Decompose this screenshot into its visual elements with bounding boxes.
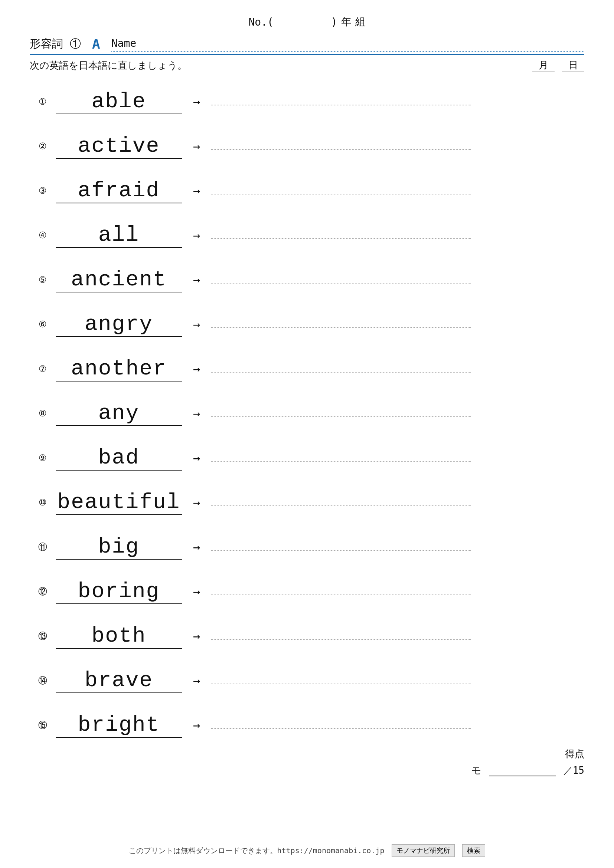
answer-line[interactable] bbox=[211, 721, 471, 729]
word-text: ancient bbox=[71, 268, 167, 292]
month-label: 月 bbox=[532, 59, 555, 72]
header-left: 形容詞 ① A bbox=[30, 36, 100, 51]
top-bar: No.( ) 年 組 bbox=[30, 15, 584, 29]
answer-line[interactable] bbox=[211, 98, 471, 105]
word-box: able bbox=[56, 90, 182, 114]
answer-line[interactable] bbox=[211, 632, 471, 640]
word-box: brave bbox=[56, 668, 182, 693]
word-row: ③afraid→ bbox=[30, 169, 584, 213]
word-box: boring bbox=[56, 579, 182, 604]
answer-line[interactable] bbox=[211, 276, 471, 284]
word-box: bad bbox=[56, 446, 182, 471]
day-label: 日 bbox=[562, 59, 584, 72]
word-text: another bbox=[71, 356, 167, 381]
header-row: 形容詞 ① A Name bbox=[30, 36, 584, 55]
word-number: ⑤ bbox=[30, 274, 56, 285]
word-text: bright bbox=[78, 713, 160, 737]
answer-line[interactable] bbox=[211, 543, 471, 551]
toten-icon: モ bbox=[471, 764, 481, 777]
answer-line[interactable] bbox=[211, 588, 471, 595]
arrow-icon: → bbox=[193, 629, 200, 643]
answer-line[interactable] bbox=[211, 232, 471, 239]
arrow-icon: → bbox=[193, 584, 200, 598]
word-text: beautiful bbox=[57, 490, 180, 515]
word-number: ③ bbox=[30, 186, 56, 196]
word-box: any bbox=[56, 401, 182, 426]
word-text: brave bbox=[85, 668, 153, 693]
word-box: bright bbox=[56, 713, 182, 738]
answer-line[interactable] bbox=[211, 187, 471, 194]
arrow-icon: → bbox=[193, 362, 200, 376]
word-number: ④ bbox=[30, 230, 56, 240]
kumi-label: 組 bbox=[355, 15, 366, 29]
word-row: ⑪big→ bbox=[30, 525, 584, 569]
header-name: Name bbox=[112, 37, 584, 51]
word-row: ⑦another→ bbox=[30, 347, 584, 391]
word-row: ⑨bad→ bbox=[30, 436, 584, 480]
word-row: ⑩beautiful→ bbox=[30, 480, 584, 525]
word-text: afraid bbox=[78, 178, 160, 203]
arrow-icon: → bbox=[193, 540, 200, 554]
word-text: bad bbox=[98, 446, 139, 470]
word-number: ⑧ bbox=[30, 408, 56, 418]
answer-line[interactable] bbox=[211, 365, 471, 373]
word-number: ① bbox=[30, 96, 56, 107]
bottom-footer: このプリントは無料ダウンロードできます。https://monomanabi.c… bbox=[0, 844, 614, 857]
answer-line[interactable] bbox=[211, 454, 471, 462]
word-text: all bbox=[98, 223, 139, 247]
word-number: ⑦ bbox=[30, 364, 56, 374]
word-row: ①able→ bbox=[30, 79, 584, 124]
arrow-icon: → bbox=[193, 495, 200, 510]
word-number: ⑩ bbox=[30, 497, 56, 508]
word-text: able bbox=[91, 90, 146, 113]
arrow-icon: → bbox=[193, 406, 200, 420]
arrow-icon: → bbox=[193, 228, 200, 242]
word-row: ⑮bright→ bbox=[30, 703, 584, 747]
word-number: ⑭ bbox=[30, 675, 56, 687]
answer-line[interactable] bbox=[211, 143, 471, 150]
word-box: angry bbox=[56, 312, 182, 337]
word-row: ⑤ancient→ bbox=[30, 257, 584, 302]
word-row: ④all→ bbox=[30, 213, 584, 257]
footer-btn1[interactable]: モノマナビ研究所 bbox=[392, 844, 455, 857]
instruction-text: 次の英語を日本語に直しましょう。 bbox=[30, 59, 187, 72]
score-line[interactable] bbox=[489, 765, 556, 777]
word-box: another bbox=[56, 356, 182, 381]
no-paren-space bbox=[277, 16, 327, 28]
header-level: A bbox=[92, 36, 100, 51]
word-text: big bbox=[98, 535, 139, 559]
answer-line[interactable] bbox=[211, 410, 471, 417]
answer-line[interactable] bbox=[211, 499, 471, 506]
word-text: active bbox=[78, 134, 160, 158]
arrow-icon: → bbox=[193, 718, 200, 732]
nen-label: 年 bbox=[341, 15, 352, 29]
out-of: ／15 bbox=[563, 764, 584, 777]
answer-line[interactable] bbox=[211, 677, 471, 684]
word-box: both bbox=[56, 624, 182, 649]
word-text: angry bbox=[85, 312, 153, 336]
paren-close: ) bbox=[331, 16, 338, 28]
footer-text: このプリントは無料ダウンロードできます。https://monomanabi.c… bbox=[129, 846, 385, 856]
word-row: ②active→ bbox=[30, 124, 584, 169]
word-box: all bbox=[56, 223, 182, 248]
arrow-icon: → bbox=[193, 674, 200, 688]
arrow-icon: → bbox=[193, 317, 200, 332]
arrow-icon: → bbox=[193, 451, 200, 465]
word-number: ⑫ bbox=[30, 586, 56, 597]
word-number: ② bbox=[30, 141, 56, 151]
word-number: ⑬ bbox=[30, 630, 56, 642]
word-row: ⑬both→ bbox=[30, 614, 584, 658]
word-number: ⑮ bbox=[30, 719, 56, 731]
word-box: big bbox=[56, 535, 182, 560]
score-label: 得点 bbox=[30, 747, 584, 760]
arrow-icon: → bbox=[193, 184, 200, 198]
arrow-icon: → bbox=[193, 139, 200, 153]
word-number: ⑪ bbox=[30, 541, 56, 553]
word-row: ⑭brave→ bbox=[30, 658, 584, 703]
footer-btn2[interactable]: 検索 bbox=[462, 844, 485, 857]
word-text: boring bbox=[78, 579, 160, 603]
no-label: No.( bbox=[248, 16, 273, 28]
answer-line[interactable] bbox=[211, 321, 471, 328]
word-box: afraid bbox=[56, 178, 182, 203]
score-row: モ ／15 bbox=[30, 764, 584, 777]
